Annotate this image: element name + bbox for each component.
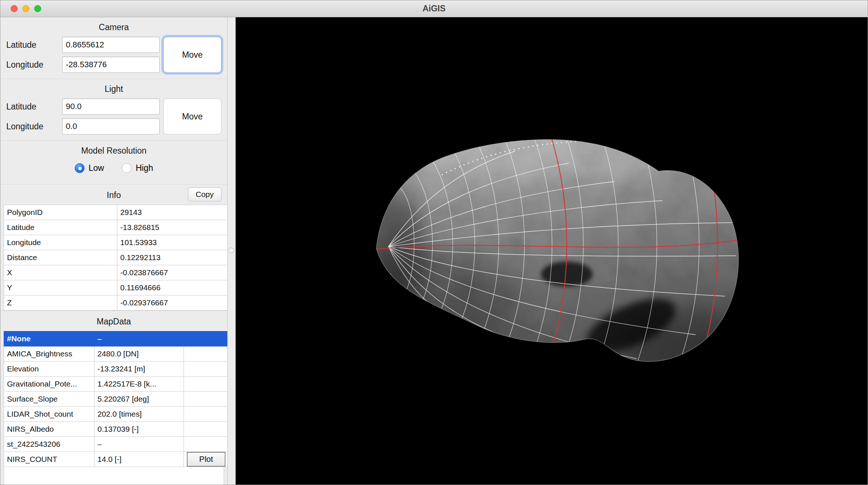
info-label-cell: Distance [4,250,117,265]
camera-section-title: Camera [3,19,225,37]
table-row[interactable]: Longitude 101.53933 [4,235,228,250]
app-window: AiGIS Camera Latitude Move Longitude Lig… [0,0,868,485]
table-row[interactable]: X -0.023876667 [4,265,228,280]
titlebar: AiGIS [0,0,868,17]
mapdata-action-cell [184,346,228,362]
plot-button[interactable]: Plot [187,452,225,467]
mapdata-name-cell: Elevation [4,362,95,377]
mapdata-title: MapData [97,317,131,326]
table-row[interactable]: Elevation -13.23241 [m] [4,362,228,377]
table-row[interactable]: #None – [4,331,228,346]
mapdata-value-cell: -13.23241 [m] [95,362,184,377]
mapdata-action-cell [184,362,228,377]
info-label-cell: X [4,265,117,280]
mapdata-value-cell: 5.220267 [deg] [95,392,184,407]
traffic-lights [11,0,41,17]
mapdata-section: MapData #None – AMICA_Brightness 2480.0 … [0,310,227,485]
mapdata-action-cell [184,437,228,452]
mapdata-action-cell [184,407,228,422]
mapdata-name-cell: #None [4,331,95,346]
minimize-button[interactable] [22,5,29,12]
table-row[interactable]: Surface_Slope 5.220267 [deg] [4,392,228,407]
resolution-high-radio[interactable]: High [122,163,153,173]
info-value-cell: 0.11694666 [117,280,228,295]
light-section: Light Latitude Move Longitude [0,79,227,140]
split-divider[interactable] [228,17,236,485]
mapdata-name-cell: NIRS_Albedo [4,422,95,437]
mapdata-value-cell: 1.422517E-8 [k... [95,377,184,392]
close-button[interactable] [11,5,18,12]
zoom-button[interactable] [34,5,41,12]
table-row[interactable]: AMICA_Brightness 2480.0 [DN] [4,346,228,362]
window-title: AiGIS [423,4,446,14]
mapdata-name-cell: Gravitational_Pote... [4,377,95,392]
mapdata-action-cell [184,331,228,346]
resolution-low-radio[interactable]: Low [75,163,104,173]
light-section-title: Light [3,81,225,98]
asteroid-render [236,17,868,485]
camera-move-button[interactable]: Move [163,37,221,73]
mapdata-name-cell: Surface_Slope [4,392,95,407]
model-viewport[interactable] [236,17,868,485]
table-row[interactable]: st_2422543206 – [4,437,228,452]
light-longitude-label: Longitude [6,122,58,132]
mapdata-value-cell: 14.0 [-] [95,452,184,467]
mapdata-value-cell: – [95,437,184,452]
split-divider-handle[interactable] [228,248,234,253]
info-label-cell: Z [4,295,117,310]
radio-selected-icon [75,163,85,173]
light-latitude-label: Latitude [6,102,58,112]
mapdata-empty-area [4,467,224,485]
mapdata-value-cell: 2480.0 [DN] [95,346,184,362]
info-value-cell: 29143 [117,205,228,220]
mapdata-name-cell: st_2422543206 [4,437,95,452]
camera-section: Camera Latitude Move Longitude [0,17,227,79]
mapdata-value-cell: 202.0 [times] [95,407,184,422]
info-value-cell: 101.53933 [117,235,228,250]
table-row[interactable]: Distance 0.12292113 [4,250,228,265]
info-title: Info [107,190,121,200]
info-value-cell: -13.826815 [117,220,228,235]
copy-button[interactable]: Copy [188,187,221,201]
mapdata-action-cell [184,392,228,407]
table-row[interactable]: Z -0.029376667 [4,295,228,310]
table-row[interactable]: Y 0.11694666 [4,280,228,295]
light-latitude-input[interactable] [62,98,160,115]
table-row[interactable]: NIRS_Albedo 0.137039 [-] [4,422,228,437]
table-row[interactable]: Gravitational_Pote... 1.422517E-8 [k... [4,377,228,392]
info-value-cell: -0.023876667 [117,265,228,280]
mapdata-name-cell: NIRS_COUNT [4,452,95,467]
camera-longitude-label: Longitude [6,60,58,70]
info-value-cell: -0.029376667 [117,295,228,310]
info-table: PolygonID 29143 Latitude -13.826815 Long… [4,205,228,310]
table-row[interactable]: PolygonID 29143 [4,205,228,220]
info-value-cell: 0.12292113 [117,250,228,265]
mapdata-action-cell [184,377,228,392]
light-longitude-input[interactable] [62,118,160,134]
mapdata-action-cell [184,422,228,437]
resolution-low-label: Low [89,163,104,173]
mapdata-value-cell: 0.137039 [-] [95,422,184,437]
mapdata-name-cell: AMICA_Brightness [4,346,95,362]
info-label-cell: Longitude [4,235,117,250]
table-row[interactable]: NIRS_COUNT 14.0 [-] Plot [4,452,228,467]
info-section: Info Copy PolygonID 29143 Latitude -13.8… [0,184,227,310]
light-move-button[interactable]: Move [163,98,221,134]
camera-longitude-input[interactable] [62,57,160,73]
control-sidebar: Camera Latitude Move Longitude Light Lat… [0,17,228,485]
info-label-cell: Y [4,280,117,295]
mapdata-table: #None – AMICA_Brightness 2480.0 [DN] Ele… [4,331,228,467]
table-row[interactable]: LIDAR_Shot_count 202.0 [times] [4,407,228,422]
model-resolution-section: Model Resolution Low High [0,140,227,184]
radio-unselected-icon [122,163,132,173]
table-row[interactable]: Latitude -13.826815 [4,220,228,235]
mapdata-name-cell: LIDAR_Shot_count [4,407,95,422]
resolution-high-label: High [136,163,153,173]
info-label-cell: Latitude [4,220,117,235]
camera-latitude-input[interactable] [62,37,160,53]
info-label-cell: PolygonID [4,205,117,220]
camera-latitude-label: Latitude [6,40,58,50]
mapdata-value-cell: – [95,331,184,346]
mapdata-action-cell: Plot [184,452,228,467]
model-resolution-title: Model Resolution [3,143,225,160]
